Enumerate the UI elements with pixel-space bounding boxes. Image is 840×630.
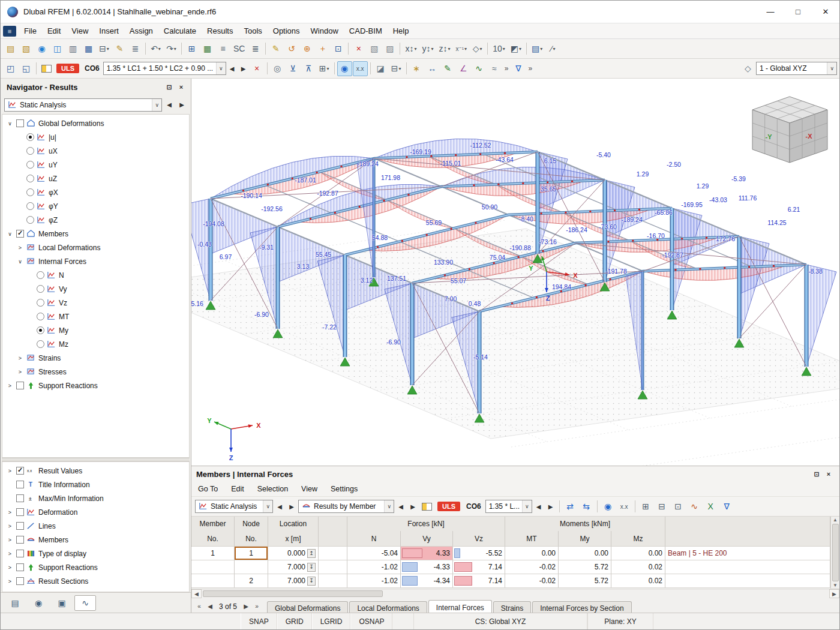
lists-button[interactable]: ≣: [248, 41, 263, 56]
menu-item-results[interactable]: Results: [202, 23, 238, 38]
col-member-no[interactable]: No.: [191, 531, 235, 547]
overflow-chevron[interactable]: »: [505, 64, 509, 73]
expander-icon[interactable]: >: [6, 468, 14, 474]
menu-item-edit[interactable]: Edit: [42, 23, 66, 38]
visibility-mode-button[interactable]: ◩▾: [508, 41, 524, 56]
spreadsheet-button[interactable]: ▦: [200, 41, 215, 56]
checkbox[interactable]: [16, 230, 24, 238]
checkbox[interactable]: [16, 577, 24, 585]
my-value-cell[interactable]: 0.00: [559, 547, 611, 560]
close-button[interactable]: ✕: [812, 1, 839, 23]
mt-value-cell[interactable]: 0.00: [505, 547, 559, 560]
zoom-window-button[interactable]: ⊡: [331, 41, 346, 56]
navigator-display-tab[interactable]: ◉: [28, 595, 49, 611]
checkbox[interactable]: [16, 119, 24, 127]
tree-item-max-min-information[interactable]: ±Max/Min Information: [2, 491, 189, 505]
delete-result-button[interactable]: ×: [250, 61, 265, 76]
member-description-cell[interactable]: Beam | 5 - HE 200: [665, 547, 830, 560]
tree-item--z[interactable]: φZ: [2, 213, 189, 227]
location-cell[interactable]: 0.000↥: [268, 547, 319, 560]
my-value-cell[interactable]: 5.72: [559, 574, 611, 588]
tree-item-support-reactions[interactable]: >Support Reactions: [2, 379, 189, 392]
status-toggle-lgrid[interactable]: LGRID: [312, 613, 351, 629]
freeze-button[interactable]: ≈: [487, 61, 502, 76]
checkbox[interactable]: [16, 481, 24, 488]
tables-button[interactable]: ⊞: [184, 41, 199, 56]
next-load-case-button[interactable]: ▶: [238, 61, 249, 76]
checkbox[interactable]: [16, 536, 24, 544]
member-description-cell[interactable]: [665, 574, 830, 588]
excel-export-button[interactable]: X: [703, 499, 718, 514]
tree-item-local-deformations[interactable]: >Local Deformations: [2, 241, 189, 254]
tree-item-strains[interactable]: >Strains: [2, 351, 189, 365]
prev-mode-button[interactable]: ◀: [395, 499, 406, 514]
redo-button[interactable]: ↷▾: [164, 41, 179, 56]
vz-value-cell[interactable]: 7.14: [453, 574, 505, 588]
expander-icon[interactable]: ∨: [16, 259, 24, 265]
vz-value-cell[interactable]: -5.52: [453, 547, 505, 560]
expander-icon[interactable]: >: [6, 551, 14, 557]
tree-item-result-values[interactable]: >x.xResult Values: [2, 464, 189, 478]
clipboard-button[interactable]: ▥: [65, 41, 80, 56]
navigator-results-tab[interactable]: ∿: [74, 595, 96, 611]
tree-item-lines[interactable]: >Lines: [2, 519, 189, 533]
sync-table-button[interactable]: ⇆: [579, 499, 594, 514]
mt-value-cell[interactable]: -0.02: [505, 574, 559, 588]
table-row[interactable]: 7.000↧-1.02-4.337.14-0.025.720.02: [191, 560, 830, 574]
expander-icon[interactable]: >: [16, 355, 24, 361]
radio-button[interactable]: [37, 340, 44, 348]
first-table-button[interactable]: «: [194, 601, 205, 613]
expander-icon[interactable]: >: [6, 509, 14, 515]
table-vertical-scrollbar[interactable]: ▲ ▼: [830, 517, 839, 589]
col-n[interactable]: N: [347, 531, 401, 547]
document-menu-icon[interactable]: ≡: [3, 26, 16, 37]
close-table-icon[interactable]: ×: [823, 469, 835, 479]
table-columns-button[interactable]: ⊡: [671, 499, 686, 514]
tree-item-deformation[interactable]: >Deformation: [2, 505, 189, 519]
table-filter-rows-button[interactable]: ⊟: [655, 499, 670, 514]
chart-view-button[interactable]: ∿: [687, 499, 702, 514]
checkbox[interactable]: [16, 522, 24, 530]
dlubal-online-button[interactable]: ◉: [34, 41, 49, 56]
radio-button[interactable]: [26, 188, 34, 196]
radio-button[interactable]: [37, 299, 44, 307]
vy-value-cell[interactable]: -4.34: [401, 574, 453, 588]
solid-view-button[interactable]: ▧: [367, 41, 382, 56]
radio-button[interactable]: [26, 202, 34, 210]
tree-item-title-information[interactable]: TTitle Information: [2, 478, 189, 491]
table-menu-settings[interactable]: Settings: [324, 485, 364, 493]
col-vz[interactable]: Vz: [453, 531, 505, 547]
n-value-cell[interactable]: -1.02: [347, 560, 401, 574]
sync-selection-button[interactable]: ⇄: [563, 499, 578, 514]
n-value-cell[interactable]: -5.04: [347, 547, 401, 560]
expander-icon[interactable]: ∨: [6, 231, 14, 237]
tree-item-members[interactable]: >Members: [2, 533, 189, 547]
menu-item-options[interactable]: Options: [268, 23, 305, 38]
expander-icon[interactable]: >: [6, 523, 14, 529]
col-member[interactable]: Member: [191, 517, 235, 531]
expander-icon[interactable]: >: [16, 369, 24, 375]
col-mt[interactable]: MT: [505, 531, 559, 547]
show-values-button[interactable]: x.x: [617, 499, 632, 514]
table-menu-edit[interactable]: Edit: [224, 485, 251, 493]
open-model-button[interactable]: ▧: [19, 41, 34, 56]
radio-button[interactable]: [37, 285, 44, 293]
col-node-no[interactable]: No.: [235, 531, 268, 547]
zoom-in-button[interactable]: ⊕: [299, 41, 314, 56]
prev-analysis-button[interactable]: ◀: [274, 499, 285, 514]
my-value-cell[interactable]: 5.72: [559, 560, 611, 574]
model-viewport[interactable]: -169.19-112.52-189.24-115.01-43.646.15-5…: [191, 79, 839, 466]
location-cell[interactable]: 7.000↧: [268, 560, 319, 574]
tree-item-uy[interactable]: uY: [2, 158, 189, 172]
show-loads-button[interactable]: ⊼: [301, 61, 316, 76]
tree-item-ux[interactable]: uX: [2, 144, 189, 158]
vz-value-cell[interactable]: 7.14: [453, 560, 505, 574]
view-minus-x-button[interactable]: x⁻¹▾: [454, 41, 470, 56]
printout-report-button[interactable]: ≡: [215, 41, 230, 56]
edit-notes-button[interactable]: ✎: [112, 41, 127, 56]
menu-item-assign[interactable]: Assign: [124, 23, 158, 38]
radio-button[interactable]: [37, 313, 44, 320]
table-row[interactable]: 27.000↧-1.02-4.347.14-0.025.720.02: [191, 574, 830, 588]
edit-object-button[interactable]: ◎: [270, 61, 285, 76]
show-result-values-toggle[interactable]: x.x: [353, 61, 368, 76]
